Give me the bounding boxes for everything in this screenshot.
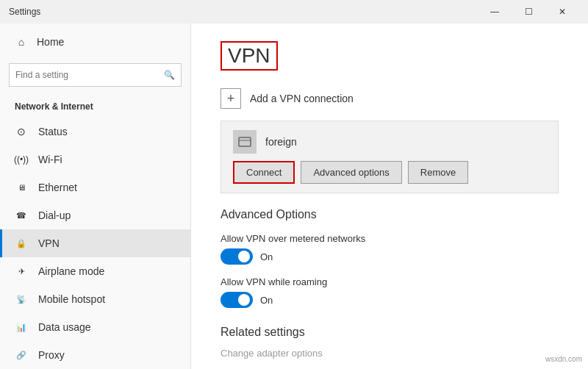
page-title: VPN [220,41,278,71]
sidebar-item-vpn[interactable]: 🔒 VPN [0,229,190,257]
maximize-button[interactable]: ☐ [512,0,545,24]
search-input[interactable] [15,70,164,80]
airplane-icon: ✈ [15,265,28,278]
sidebar-item-label: VPN [38,237,60,249]
proxy-icon: 🔗 [15,348,28,362]
vpn-actions: Connect Advanced options Remove [233,161,546,184]
vpn-network-icon [233,130,257,154]
watermark: wsxdn.com [545,355,582,363]
app-body: ⌂ Home 🔍 Network & Internet ⊙ Status ((•… [0,24,588,369]
search-icon: 🔍 [164,70,175,80]
related-settings-title: Related settings [220,326,559,339]
wifi-icon: ((•)) [15,153,28,166]
sidebar-item-hotspot[interactable]: 📡 Mobile hotspot [0,285,190,313]
sidebar-item-status[interactable]: ⊙ Status [0,118,190,146]
advanced-options-title: Advanced Options [220,208,559,221]
close-button[interactable]: ✕ [545,0,579,24]
dialup-icon: ☎ [15,209,28,222]
sidebar-item-wifi[interactable]: ((•)) Wi-Fi [0,146,190,173]
svg-rect-0 [239,137,251,146]
sidebar-item-label: Dial-up [38,209,71,221]
sidebar-item-datausage[interactable]: 📊 Data usage [0,313,190,341]
sidebar-home-label: Home [37,36,64,48]
metered-label: Allow VPN over metered networks [220,233,559,244]
search-box: 🔍 [9,63,182,87]
ethernet-icon: 🖥 [15,181,28,194]
remove-button[interactable]: Remove [408,161,468,184]
sidebar-item-airplane[interactable]: ✈ Airplane mode [0,257,190,285]
advanced-options-section: Advanced Options Allow VPN over metered … [220,208,559,308]
sidebar-item-label: Data usage [38,321,91,333]
vpn-connection-name: foreign [265,136,297,148]
roaming-toggle[interactable] [220,292,253,308]
sidebar-section-title: Network & Internet [0,96,190,118]
sidebar-item-proxy[interactable]: 🔗 Proxy [0,341,190,369]
vpn-icon: 🔒 [15,237,28,250]
main-content: VPN + Add a VPN connection foreign Conne… [191,24,588,369]
sidebar-item-label: Status [38,126,68,137]
sidebar: ⌂ Home 🔍 Network & Internet ⊙ Status ((•… [0,24,191,369]
status-icon: ⊙ [15,125,28,138]
roaming-toggle-label: On [260,295,273,306]
sidebar-item-label: Mobile hotspot [38,293,105,305]
sidebar-item-label: Ethernet [38,182,77,193]
metered-toggle[interactable] [220,248,253,265]
datausage-icon: 📊 [15,320,28,334]
vpn-card-header: foreign [233,130,546,154]
title-bar: Settings — ☐ ✕ [0,0,588,24]
roaming-toggle-row: On [220,292,559,308]
sidebar-item-home[interactable]: ⌂ Home [0,24,190,60]
sidebar-item-label: Wi-Fi [38,154,62,165]
sidebar-item-dialup[interactable]: ☎ Dial-up [0,201,190,229]
minimize-button[interactable]: — [478,0,512,24]
related-settings-section: Related settings Change adapter options [220,326,559,359]
add-vpn-row[interactable]: + Add a VPN connection [220,88,559,109]
connect-button[interactable]: Connect [233,161,295,184]
sidebar-item-label: Airplane mode [38,265,104,277]
change-adapter-link: Change adapter options [220,348,323,359]
window-controls: — ☐ ✕ [478,0,579,24]
advanced-options-button[interactable]: Advanced options [301,161,401,184]
add-vpn-button[interactable]: + [220,88,241,109]
roaming-label: Allow VPN while roaming [220,276,559,287]
metered-toggle-row: On [220,248,559,265]
vpn-metered-option: Allow VPN over metered networks On [220,233,559,265]
add-vpn-label: Add a VPN connection [250,93,354,104]
home-icon: ⌂ [15,35,28,49]
hotspot-icon: 📡 [15,293,28,306]
app-title: Settings [9,7,478,17]
sidebar-item-label: Proxy [38,349,65,361]
sidebar-item-ethernet[interactable]: 🖥 Ethernet [0,173,190,201]
metered-toggle-label: On [260,251,273,262]
vpn-card: foreign Connect Advanced options Remove [220,121,559,193]
vpn-roaming-option: Allow VPN while roaming On [220,276,559,308]
